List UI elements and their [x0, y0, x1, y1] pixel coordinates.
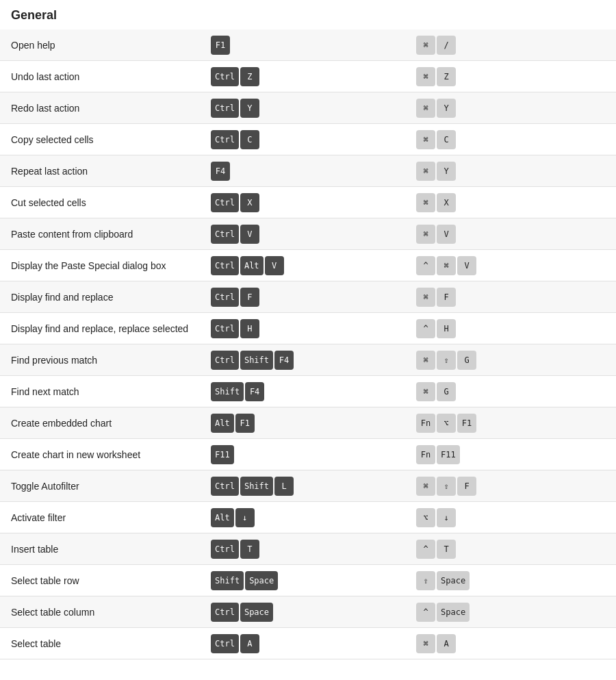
- action-label: Paste content from clipboard: [0, 223, 205, 245]
- table-row: Select table rowShiftSpace⇧Space: [0, 565, 616, 596]
- mac-keys-cell: ⌘⇧G: [411, 347, 616, 374]
- mac-keys-cell: ⌘X: [411, 189, 616, 216]
- key-badge: Y: [437, 162, 456, 181]
- key-badge: C: [240, 130, 259, 149]
- key-badge: F1: [457, 414, 476, 433]
- key-badge: Ctrl: [211, 256, 239, 275]
- key-badge: Z: [437, 67, 456, 86]
- table-row: Select tableCtrlA⌘A: [0, 628, 616, 659]
- action-label: Cut selected cells: [0, 192, 205, 214]
- win-keys-cell: ShiftSpace: [205, 567, 411, 594]
- key-badge: Shift: [240, 351, 273, 370]
- table-row: Toggle AutofilterCtrlShiftL⌘⇧F: [0, 470, 616, 502]
- action-label: Find next match: [0, 381, 205, 403]
- key-badge: Ctrl: [211, 130, 239, 149]
- win-keys-cell: CtrlAltV: [205, 252, 411, 279]
- table-row: Undo last actionCtrlZ⌘Z: [0, 61, 616, 92]
- action-label: Create embedded chart: [0, 412, 205, 434]
- key-badge: H: [437, 319, 456, 338]
- key-badge: Shift: [211, 382, 244, 401]
- key-badge: ⌘: [416, 99, 435, 118]
- key-badge: Space: [245, 571, 278, 590]
- action-label: Redo last action: [0, 97, 205, 119]
- key-badge: ⌘: [416, 634, 435, 653]
- key-badge: ⌘: [416, 130, 435, 149]
- mac-keys-cell: ⌘Z: [411, 63, 616, 90]
- action-label: Insert table: [0, 538, 205, 560]
- key-badge: Ctrl: [211, 67, 239, 86]
- win-keys-cell: CtrlH: [205, 315, 411, 342]
- mac-keys-cell: ⌥↓: [411, 504, 616, 531]
- mac-keys-cell: ^Space: [411, 599, 616, 626]
- key-badge: ⌥: [416, 508, 435, 527]
- mac-keys-cell: ⌘Y: [411, 95, 616, 122]
- key-badge: Z: [240, 67, 259, 86]
- key-badge: L: [274, 477, 294, 496]
- key-badge: ⌘: [416, 288, 435, 307]
- table-row: Activate filterAlt↓⌥↓: [0, 502, 616, 533]
- key-badge: F11: [437, 445, 460, 464]
- win-keys-cell: CtrlF: [205, 284, 411, 311]
- win-keys-cell: AltF1: [205, 410, 411, 437]
- key-badge: F4: [245, 382, 264, 401]
- table-row: Display find and replace, replace select…: [0, 313, 616, 344]
- table-row: Find previous matchCtrlShiftF4⌘⇧G: [0, 344, 616, 376]
- key-badge: T: [437, 540, 456, 559]
- key-badge: Alt: [211, 508, 234, 527]
- key-badge: Y: [240, 99, 259, 118]
- win-keys-cell: CtrlSpace: [205, 599, 411, 626]
- key-badge: /: [437, 36, 456, 55]
- key-badge: ⌘: [416, 162, 435, 181]
- win-keys-cell: CtrlV: [205, 221, 411, 248]
- key-badge: A: [437, 634, 456, 653]
- mac-keys-cell: ⌘F: [411, 284, 616, 311]
- action-label: Select table row: [0, 570, 205, 592]
- table-row: Open helpF1⌘/: [0, 29, 616, 61]
- mac-keys-cell: ⌘⇧F: [411, 473, 616, 500]
- mac-keys-cell: ⌘V: [411, 221, 616, 248]
- key-badge: Space: [240, 603, 273, 622]
- key-badge: ⌘: [416, 67, 435, 86]
- table-row: Find next matchShiftF4⌘G: [0, 376, 616, 407]
- action-label: Select table: [0, 633, 205, 655]
- table-row: Cut selected cellsCtrlX⌘X: [0, 187, 616, 218]
- table-row: Create chart in new worksheetF11FnF11: [0, 439, 616, 470]
- key-badge: Y: [437, 99, 456, 118]
- key-badge: F4: [211, 162, 230, 181]
- key-badge: G: [457, 351, 476, 370]
- key-badge: Ctrl: [211, 603, 239, 622]
- win-keys-cell: CtrlT: [205, 536, 411, 563]
- win-keys-cell: CtrlX: [205, 189, 411, 216]
- key-badge: ⌘: [416, 382, 435, 401]
- key-badge: ^: [416, 256, 435, 275]
- key-badge: Alt: [240, 256, 264, 275]
- win-keys-cell: CtrlC: [205, 126, 411, 153]
- mac-keys-cell: ⌘Y: [411, 158, 616, 185]
- key-badge: Alt: [211, 414, 234, 433]
- key-badge: Fn: [416, 414, 435, 433]
- action-label: Display find and replace, replace select…: [0, 318, 205, 340]
- key-badge: V: [437, 225, 456, 244]
- shortcut-list: Open helpF1⌘/Undo last actionCtrlZ⌘ZRedo…: [0, 29, 616, 659]
- mac-keys-cell: ⌘/: [411, 32, 616, 59]
- table-row: Display the Paste Special dialog boxCtrl…: [0, 250, 616, 281]
- win-keys-cell: CtrlY: [205, 95, 411, 122]
- key-badge: Ctrl: [211, 99, 239, 118]
- win-keys-cell: CtrlShiftF4: [205, 347, 411, 374]
- win-keys-cell: CtrlA: [205, 630, 411, 657]
- key-badge: V: [457, 256, 476, 275]
- key-badge: F: [457, 477, 476, 496]
- key-badge: Ctrl: [211, 477, 239, 496]
- key-badge: ⌘: [416, 477, 435, 496]
- key-badge: ⌘: [437, 256, 456, 275]
- key-badge: ⇧: [416, 571, 435, 590]
- key-badge: ⇧: [437, 477, 456, 496]
- key-badge: Shift: [211, 571, 244, 590]
- table-row: Paste content from clipboardCtrlV⌘V: [0, 218, 616, 250]
- key-badge: V: [265, 256, 284, 275]
- action-label: Display find and replace: [0, 286, 205, 308]
- action-label: Find previous match: [0, 349, 205, 371]
- key-badge: Space: [437, 603, 470, 622]
- mac-keys-cell: ^⌘V: [411, 252, 616, 279]
- key-badge: Space: [437, 571, 470, 590]
